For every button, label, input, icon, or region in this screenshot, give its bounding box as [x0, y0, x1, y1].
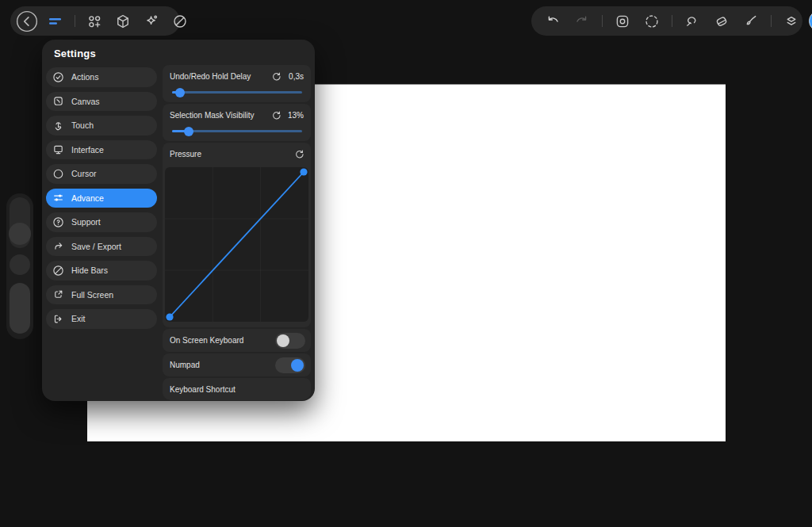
rail-round-button[interactable] [10, 254, 30, 275]
pressure-curve [165, 167, 308, 322]
undo-redo-delay-slider[interactable] [172, 91, 302, 94]
sidebar-item-cursor[interactable]: Cursor [46, 164, 157, 184]
sidebar-item-advance[interactable]: Advance [46, 189, 157, 208]
eraser-icon [713, 13, 730, 30]
logout-door-icon [52, 313, 64, 325]
left-tool-rail [6, 193, 33, 339]
numpad-toggle[interactable] [275, 357, 305, 373]
undo-redo-delay-label: Undo/Redo Hold Delay [170, 72, 251, 81]
sidebar-item-interface[interactable]: Interface [46, 140, 157, 160]
toggle-thumb [277, 334, 289, 347]
toolbar-left [10, 6, 180, 36]
redo-button[interactable] [570, 10, 594, 33]
back-button[interactable] [15, 10, 39, 33]
apps-add-icon [86, 13, 103, 30]
sidebar-item-label: Save / Export [71, 242, 121, 251]
sidebar-item-label: Touch [71, 120, 94, 130]
add-tools-button[interactable] [82, 10, 106, 33]
brush-button[interactable] [739, 10, 763, 33]
back-chevron-icon [16, 10, 38, 32]
active-color-swatch[interactable] [809, 10, 812, 32]
sidebar-item-full-screen[interactable]: Full Screen [46, 285, 157, 305]
sidebar-item-support[interactable]: Support [46, 212, 157, 232]
transform-stamp-icon [614, 13, 631, 30]
circle-icon [52, 168, 64, 180]
selection-mask-card: Selection Mask Visibility 13% [163, 104, 311, 141]
transform-button[interactable] [611, 10, 634, 33]
smudge-lasso-icon [684, 13, 701, 30]
selection-dashed-icon [643, 13, 661, 30]
sidebar-item-label: Canvas [71, 97, 100, 106]
rail-slider-thumb[interactable] [9, 223, 31, 245]
pressure-curve-editor[interactable] [165, 167, 308, 322]
smudge-button[interactable] [680, 10, 704, 33]
canvas-pen-icon [52, 95, 64, 107]
sidebar-item-actions[interactable]: Actions [46, 67, 157, 87]
slider-thumb[interactable] [175, 88, 185, 97]
reset-button[interactable] [270, 109, 282, 121]
sidebar-item-touch[interactable]: Touch [46, 116, 157, 136]
effects-button[interactable] [140, 10, 163, 33]
toolbar-divider [672, 15, 672, 27]
sidebar-item-exit[interactable]: Exit [46, 309, 157, 329]
selection-button[interactable] [640, 10, 664, 33]
settings-panel: Settings Actions Canvas Touch Interface … [42, 40, 315, 401]
reset-button[interactable] [293, 147, 305, 160]
layers-button[interactable] [779, 10, 803, 33]
pressure-label: Pressure [170, 150, 201, 158]
undo-button[interactable] [541, 10, 565, 33]
on-screen-keyboard-toggle[interactable] [275, 333, 305, 349]
selection-mask-slider[interactable] [172, 130, 302, 132]
toolbar-divider [602, 15, 603, 27]
sidebar-item-label: Advance [71, 193, 104, 203]
numpad-label: Numpad [170, 361, 200, 369]
hide-circle-icon [171, 13, 189, 30]
settings-menu-button[interactable] [44, 10, 67, 33]
redo-icon [573, 13, 591, 30]
sidebar-item-label: Actions [71, 72, 98, 82]
reset-icon [271, 71, 282, 82]
slash-circle-icon [52, 265, 64, 277]
sidebar-item-label: Interface [71, 145, 104, 155]
reset-icon [294, 149, 304, 159]
layers-icon [783, 13, 800, 30]
keyboard-shortcut-label: Keyboard Shortcut [170, 385, 236, 394]
undo-redo-delay-value: 0,3s [289, 72, 304, 81]
monitor-icon [52, 143, 64, 155]
slider-thumb[interactable] [184, 127, 193, 136]
reset-button[interactable] [270, 70, 282, 82]
settings-sidebar: Actions Canvas Touch Interface Cursor Ad… [46, 67, 157, 329]
selection-mask-label: Selection Mask Visibility [170, 111, 255, 120]
undo-redo-delay-card: Undo/Redo Hold Delay 0,3s [163, 65, 311, 102]
curve-handle-end[interactable] [300, 168, 307, 175]
share-arrow-icon [52, 240, 64, 252]
settings-title: Settings [54, 48, 96, 59]
cube-3d-icon [114, 13, 132, 30]
sidebar-item-hide-bars[interactable]: Hide Bars [46, 261, 157, 281]
brush-icon [742, 13, 760, 30]
sidebar-item-label: Full Screen [71, 290, 113, 300]
keyboard-shortcut-row[interactable]: Keyboard Shortcut [163, 378, 311, 400]
sidebar-item-label: Exit [71, 314, 86, 323]
pressure-card: Pressure [163, 143, 311, 327]
on-screen-keyboard-label: On Screen Keyboard [170, 336, 243, 345]
sliders-icon [52, 192, 64, 204]
toolbar-divider [75, 15, 75, 27]
on-screen-keyboard-card: On Screen Keyboard [163, 329, 311, 352]
rail-long-handle[interactable] [10, 283, 30, 334]
3d-button[interactable] [111, 10, 135, 33]
numpad-card: Numpad [163, 353, 311, 376]
help-circle-icon [52, 216, 64, 228]
sidebar-item-label: Hide Bars [71, 265, 108, 275]
curve-handle-start[interactable] [166, 313, 173, 320]
toolbar-divider [771, 15, 772, 27]
sidebar-item-label: Cursor [71, 169, 97, 178]
expand-arrow-icon [52, 288, 64, 300]
settings-detail-column: Undo/Redo Hold Delay 0,3s Selection Mask… [163, 65, 311, 402]
eraser-button[interactable] [710, 10, 733, 33]
undo-icon [544, 13, 561, 30]
sidebar-item-canvas[interactable]: Canvas [46, 92, 157, 112]
hide-interface-button[interactable] [168, 10, 192, 33]
sidebar-item-save-export[interactable]: Save / Export [46, 237, 157, 257]
check-circle-icon [52, 71, 64, 83]
